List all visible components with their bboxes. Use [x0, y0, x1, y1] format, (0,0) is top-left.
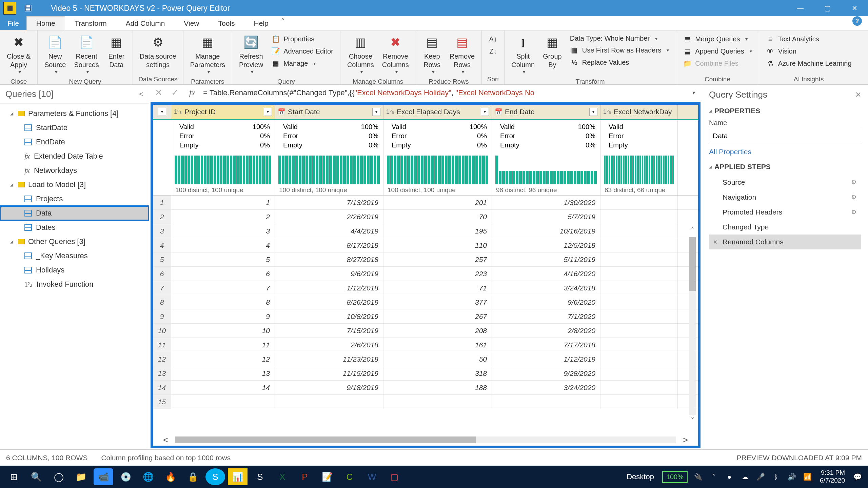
tree-item[interactable]: StartDate — [0, 121, 149, 135]
table-row[interactable]: 669/6/20192234/16/2020 — [153, 267, 698, 281]
applied-step[interactable]: Navigation⚙ — [709, 190, 861, 205]
tray-bt-icon[interactable]: ᛒ — [770, 471, 782, 483]
tray-mic-icon[interactable]: 🎤 — [755, 471, 766, 483]
step-gear-icon[interactable]: ⚙ — [851, 179, 856, 186]
replace-values-button[interactable]: ½Replace Values — [569, 57, 670, 67]
choose-columns-button[interactable]: ▥Choose Columns — [344, 33, 377, 77]
table-row[interactable]: 334/4/201919510/16/2019 — [153, 224, 698, 238]
scroll-down-icon[interactable]: ˅ — [691, 416, 694, 425]
table-row[interactable]: 9910/8/20192677/1/2020 — [153, 309, 698, 324]
applied-step[interactable]: Promoted Headers⚙ — [709, 205, 861, 220]
show-desktop-label[interactable]: Desktop — [627, 472, 654, 481]
scroll-left-icon[interactable]: < — [163, 435, 168, 445]
group-by-button[interactable]: ▦Group By — [539, 33, 565, 70]
tree-group[interactable]: Load to Model [3] — [0, 178, 149, 192]
sort-asc-button[interactable]: A↓ — [487, 34, 499, 44]
formula-commit-button[interactable]: ✓ — [169, 87, 181, 99]
formula-cancel-button[interactable]: ✕ — [153, 87, 165, 99]
scroll-up-icon[interactable]: ˄ — [691, 227, 694, 236]
tree-item[interactable]: Dates — [0, 220, 149, 235]
table-row[interactable]: 121211/23/2018501/12/2019 — [153, 352, 698, 366]
taskbar-excel[interactable]: X — [273, 468, 292, 485]
step-gear-icon[interactable]: ⚙ — [851, 194, 856, 201]
scroll-right-icon[interactable]: > — [683, 435, 688, 445]
tab-add-column[interactable]: Add Column — [116, 16, 175, 30]
first-row-headers-button[interactable]: ▦Use First Row as Headers — [569, 45, 670, 55]
tree-item[interactable]: Data — [0, 206, 149, 220]
applied-step[interactable]: Source⚙ — [709, 175, 861, 190]
step-gear-icon[interactable]: ⚙ — [851, 208, 856, 216]
taskbar-app-2[interactable]: 💿 — [116, 468, 136, 485]
qat-save-icon[interactable] — [23, 3, 33, 13]
table-row[interactable]: 888/26/20193779/6/2020 — [153, 295, 698, 309]
tray-icon-1[interactable]: ● — [724, 471, 735, 483]
new-source-button[interactable]: 📄New Source — [41, 33, 69, 77]
column-header-start-date[interactable]: 📅Start Date▾ — [275, 105, 383, 119]
taskbar-skype[interactable]: S — [205, 468, 225, 485]
manage-button[interactable]: ▦Manage — [270, 58, 335, 68]
query-name-input[interactable] — [709, 129, 861, 143]
sort-desc-button[interactable]: Z↓ — [487, 46, 499, 56]
column-header-end-date[interactable]: 📅End Date▾ — [492, 105, 600, 119]
tree-item[interactable]: 1²₃Invoked Function — [0, 277, 149, 291]
vertical-scrollbar[interactable]: ˄ ˅ — [688, 227, 697, 425]
azure-ml-button[interactable]: ⚗Azure Machine Learning — [765, 58, 853, 68]
taskbar-notepad[interactable]: 📝 — [317, 468, 337, 485]
start-button[interactable]: ⊞ — [4, 468, 24, 485]
tree-group[interactable]: Other Queries [3] — [0, 235, 149, 249]
table-row[interactable]: 10107/15/20192082/8/2020 — [153, 324, 698, 338]
properties-button[interactable]: 📋Properties — [270, 34, 335, 44]
taskbar-snagit[interactable]: S — [250, 468, 270, 485]
taskbar-app-5[interactable]: ▢ — [384, 468, 404, 485]
tree-item[interactable]: _Key Measures — [0, 249, 149, 263]
tab-home[interactable]: Home — [26, 16, 65, 30]
tree-item[interactable]: EndDate — [0, 135, 149, 149]
formula-expand-button[interactable]: ▾ — [689, 89, 698, 96]
column-header-elapsed-days[interactable]: 1²₃Excel Elapsed Days▾ — [383, 105, 492, 119]
help-icon[interactable]: ? — [852, 16, 862, 26]
formula-text[interactable]: = Table.RenameColumns(#"Changed Type",{{… — [203, 88, 685, 97]
tray-wifi-icon[interactable]: 📶 — [802, 471, 813, 483]
taskbar-camtasia[interactable]: C — [340, 468, 359, 485]
manage-parameters-button[interactable]: ▦Manage Parameters — [187, 33, 229, 77]
hscroll-thumb[interactable] — [175, 436, 476, 443]
tray-up-icon[interactable]: ˄ — [708, 471, 719, 483]
append-queries-button[interactable]: ⬓Append Queries — [682, 46, 753, 56]
row-number-header[interactable]: ▾ — [153, 105, 171, 119]
search-button[interactable]: 🔍 — [26, 468, 46, 485]
applied-step[interactable]: Renamed Columns — [709, 235, 861, 249]
tray-power-icon[interactable]: 🔌 — [692, 471, 704, 483]
table-row[interactable]: 448/17/201811012/5/2018 — [153, 238, 698, 252]
table-row[interactable]: 14149/18/20191883/24/2020 — [153, 381, 698, 395]
taskbar-clock[interactable]: 9:31 PM6/7/2020 — [820, 469, 845, 485]
close-apply-button[interactable]: ✖Close & Apply — [3, 33, 34, 77]
tree-item[interactable]: Projects — [0, 192, 149, 206]
column-header-project-id[interactable]: 1²₃Project ID▾ — [171, 105, 275, 119]
table-row[interactable]: 117/13/20192011/30/2020 — [153, 196, 698, 210]
keep-rows-button[interactable]: ▤Keep Rows — [419, 33, 445, 77]
minimize-button[interactable]: — — [787, 0, 814, 16]
text-analytics-button[interactable]: ≡Text Analytics — [765, 34, 853, 44]
split-column-button[interactable]: ⫿Split Column — [508, 33, 538, 77]
maximize-button[interactable]: ▢ — [814, 0, 841, 16]
tab-help[interactable]: Help — [244, 16, 278, 30]
taskbar-powerbi[interactable]: 📊 — [228, 468, 248, 485]
tree-item[interactable]: fxExtended Date Table — [0, 149, 149, 163]
applied-step[interactable]: Changed Type — [709, 220, 861, 235]
table-row[interactable]: 15 — [153, 395, 698, 409]
tab-view[interactable]: View — [174, 16, 209, 30]
tree-item[interactable]: Holidays — [0, 263, 149, 277]
tree-item[interactable]: fxNetworkdays — [0, 163, 149, 178]
close-window-button[interactable]: ✕ — [841, 0, 868, 16]
remove-rows-button[interactable]: ▤Remove Rows — [446, 33, 478, 77]
taskbar-app-1[interactable]: ◯ — [49, 468, 68, 485]
tab-tools[interactable]: Tools — [209, 16, 244, 30]
tab-transform[interactable]: Transform — [65, 16, 116, 30]
table-row[interactable]: 131311/15/20193189/28/2020 — [153, 366, 698, 381]
refresh-preview-button[interactable]: 🔄Refresh Preview — [236, 33, 267, 77]
horizontal-scrollbar[interactable]: < > — [153, 434, 698, 446]
table-row[interactable]: 222/26/2019705/7/2019 — [153, 210, 698, 224]
table-row[interactable]: 771/12/2018713/24/2018 — [153, 281, 698, 295]
recent-sources-button[interactable]: 📄Recent Sources — [71, 33, 102, 77]
taskbar-file-explorer[interactable]: 📁 — [71, 468, 91, 485]
